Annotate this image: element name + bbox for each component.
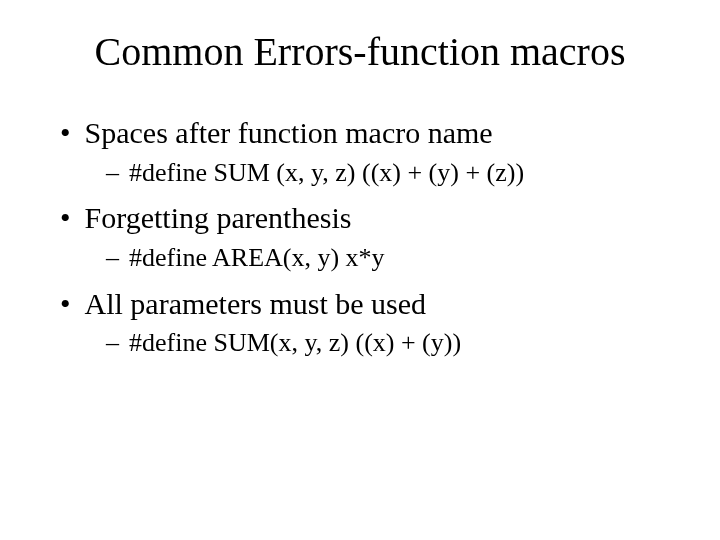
slide-title: Common Errors-function macros — [50, 30, 670, 74]
bullet-text: Spaces after function macro name — [85, 114, 493, 152]
sub-text: #define SUM(x, y, z) ((x) + (y)) — [129, 326, 461, 360]
sub-text: #define AREA(x, y) x*y — [129, 241, 385, 275]
bullet-row: • Forgetting parenthesis — [60, 199, 670, 237]
bullet-list: • Spaces after function macro name – #de… — [50, 114, 670, 360]
list-item: • All parameters must be used – #define … — [60, 285, 670, 360]
sub-item: – #define SUM (x, y, z) ((x) + (y) + (z)… — [106, 156, 670, 190]
bullet-row: • Spaces after function macro name — [60, 114, 670, 152]
sub-list: – #define SUM (x, y, z) ((x) + (y) + (z)… — [60, 156, 670, 190]
list-item: • Forgetting parenthesis – #define AREA(… — [60, 199, 670, 274]
sub-list: – #define AREA(x, y) x*y — [60, 241, 670, 275]
list-item: • Spaces after function macro name – #de… — [60, 114, 670, 189]
sub-item: – #define AREA(x, y) x*y — [106, 241, 670, 275]
bullet-icon: • — [60, 114, 71, 152]
bullet-text: Forgetting parenthesis — [85, 199, 352, 237]
bullet-icon: • — [60, 285, 71, 323]
dash-icon: – — [106, 241, 119, 275]
sub-item: – #define SUM(x, y, z) ((x) + (y)) — [106, 326, 670, 360]
dash-icon: – — [106, 326, 119, 360]
bullet-row: • All parameters must be used — [60, 285, 670, 323]
sub-text: #define SUM (x, y, z) ((x) + (y) + (z)) — [129, 156, 524, 190]
dash-icon: – — [106, 156, 119, 190]
slide: Common Errors-function macros • Spaces a… — [0, 0, 720, 360]
bullet-text: All parameters must be used — [85, 285, 427, 323]
sub-list: – #define SUM(x, y, z) ((x) + (y)) — [60, 326, 670, 360]
bullet-icon: • — [60, 199, 71, 237]
